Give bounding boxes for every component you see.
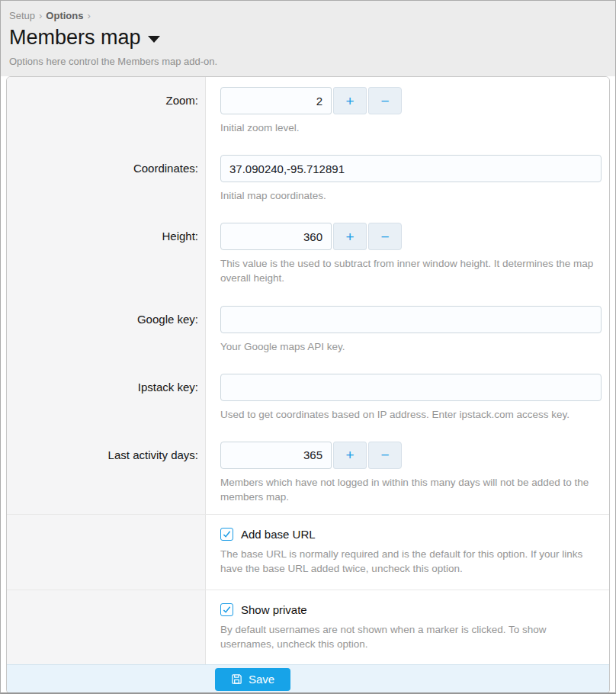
field-explain-add-base-url: The base URL is normally required and is… (220, 547, 602, 576)
add-base-url-checkbox[interactable] (220, 528, 233, 541)
page-header: Setup›Options› Members map Options here … (1, 1, 615, 76)
height-input[interactable] (220, 223, 332, 250)
field-label-height: Height: (7, 223, 206, 285)
field-label-spacer (7, 603, 206, 651)
breadcrumb: Setup›Options› (9, 10, 606, 21)
add-base-url-label[interactable]: Add base URL (241, 528, 316, 541)
coordinates-input[interactable] (220, 155, 602, 182)
checkmark-icon (223, 606, 231, 614)
floppy-disk-icon (231, 673, 242, 685)
last-activity-days-input[interactable] (220, 442, 332, 469)
last-activity-days-increment-button[interactable]: + (333, 442, 367, 469)
last-activity-days-number-group: + − (220, 442, 402, 469)
google-key-input[interactable] (220, 306, 602, 333)
field-label-zoom: Zoom: (7, 87, 206, 135)
form-rows: Zoom: + − Initial zoom level. Coordinate… (7, 77, 609, 664)
admin-options-page: Setup›Options› Members map Options here … (0, 0, 616, 694)
field-label-last-activity-days: Last activity days: (7, 442, 206, 504)
height-increment-button[interactable]: + (333, 223, 367, 250)
field-explain-google-key: Your Google maps API key. (220, 339, 602, 354)
last-activity-days-decrement-button[interactable]: − (368, 442, 402, 469)
field-label-google-key: Google key: (7, 306, 206, 354)
title-dropdown-caret-icon[interactable] (148, 36, 160, 43)
field-explain-height: This value is the used to subtract from … (220, 256, 602, 285)
options-panel: Zoom: + − Initial zoom level. Coordinate… (6, 76, 610, 694)
breadcrumb-separator-icon: › (87, 10, 90, 21)
breadcrumb-options[interactable]: Options (46, 10, 83, 21)
save-button-label: Save (249, 673, 274, 686)
height-number-group: + − (220, 223, 402, 250)
form-row-google-key: Google key: Your Google maps API key. (7, 296, 609, 364)
height-decrement-button[interactable]: − (368, 223, 402, 250)
zoom-number-group: + − (220, 87, 402, 114)
field-explain-ipstack-key: Used to get coordinates based on IP addr… (220, 407, 602, 422)
zoom-increment-button[interactable]: + (333, 87, 367, 114)
field-label-ipstack-key: Ipstack key: (7, 374, 206, 422)
form-row-show-private: Show private By default usernames are no… (7, 590, 609, 664)
form-footer: Save (7, 664, 609, 693)
field-explain-last-activity-days: Members which have not logged in within … (220, 475, 602, 504)
breadcrumb-separator-icon: › (39, 10, 42, 21)
show-private-label[interactable]: Show private (241, 603, 307, 616)
field-explain-zoom: Initial zoom level. (220, 120, 602, 135)
ipstack-key-input[interactable] (220, 374, 602, 401)
field-label-spacer (7, 528, 206, 576)
field-explain-show-private: By default usernames are not shown when … (220, 622, 602, 651)
field-explain-coordinates: Initial map coordinates. (220, 188, 602, 203)
save-button[interactable]: Save (215, 668, 290, 691)
zoom-decrement-button[interactable]: − (368, 87, 402, 114)
breadcrumb-setup[interactable]: Setup (9, 10, 35, 21)
form-row-height: Height: + − This value is the used to su… (7, 213, 609, 295)
page-subtitle: Options here control the Members map add… (9, 56, 606, 67)
form-row-last-activity-days: Last activity days: + − Members which ha… (7, 432, 609, 514)
add-base-url-checkbox-line[interactable]: Add base URL (220, 528, 602, 541)
form-row-zoom: Zoom: + − Initial zoom level. (7, 77, 609, 145)
field-label-coordinates: Coordinates: (7, 155, 206, 203)
zoom-input[interactable] (220, 87, 332, 114)
form-row-coordinates: Coordinates: Initial map coordinates. (7, 145, 609, 213)
form-row-ipstack-key: Ipstack key: Used to get coordinates bas… (7, 364, 609, 432)
show-private-checkbox[interactable] (220, 603, 233, 616)
form-row-add-base-url: Add base URL The base URL is normally re… (7, 514, 609, 589)
show-private-checkbox-line[interactable]: Show private (220, 603, 602, 616)
page-title: Members map (9, 27, 141, 50)
checkmark-icon (223, 530, 231, 538)
